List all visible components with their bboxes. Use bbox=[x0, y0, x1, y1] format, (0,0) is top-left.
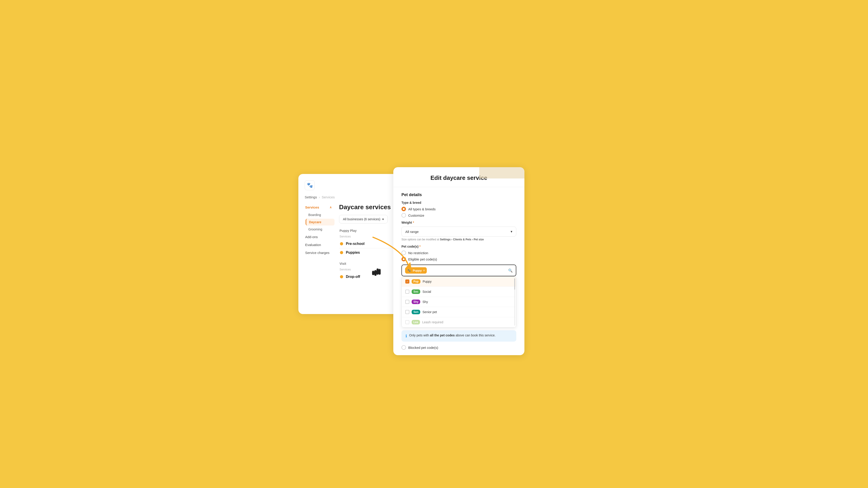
puppy-play-title: Puppy Play bbox=[339, 229, 402, 232]
dialog-header-accent bbox=[479, 167, 524, 178]
puppy-tag-label: Puppy bbox=[413, 269, 422, 272]
puppy-play-services-label: Services bbox=[339, 235, 402, 238]
code-option-shy[interactable]: Shy Shy bbox=[402, 297, 516, 307]
weight-chevron-icon: ▾ bbox=[510, 230, 513, 234]
senior-badge: Sen bbox=[412, 310, 420, 314]
blocked-codes-radio[interactable] bbox=[401, 345, 406, 350]
breadcrumb-separator: › bbox=[319, 195, 320, 199]
shy-checkbox[interactable] bbox=[405, 300, 409, 304]
sidebar-item-services[interactable]: Services ∧ bbox=[303, 203, 335, 211]
sidebar-item-boarding[interactable]: Boarding bbox=[306, 212, 335, 218]
dialog-body: Pet details Type & breed All types & bre… bbox=[393, 187, 524, 355]
sidebar-item-daycare[interactable]: Daycare bbox=[306, 219, 335, 225]
visit-section: Visit Services Drop-off bbox=[339, 262, 402, 281]
eligible-codes-option[interactable]: Eligible pet code(s) bbox=[401, 257, 516, 261]
puppies-label: Puppies bbox=[346, 251, 360, 255]
breadcrumb: Settings › Services bbox=[298, 190, 407, 199]
info-icon: ℹ bbox=[405, 334, 407, 338]
all-types-label: All types & breeds bbox=[408, 207, 436, 211]
breadcrumb-home[interactable]: Settings bbox=[305, 195, 317, 199]
shy-code-label: Shy bbox=[423, 300, 428, 304]
eligible-codes-label: Eligible pet code(s) bbox=[408, 257, 437, 261]
type-breed-radio-group: All types & breeds Customize bbox=[401, 207, 516, 218]
puppy-tag-icon: 🐾 bbox=[407, 268, 411, 273]
puppy-tag: 🐾 Puppy × bbox=[405, 267, 427, 273]
leash-checkbox[interactable] bbox=[405, 320, 409, 324]
no-restriction-label: No restriction bbox=[408, 251, 428, 255]
code-option-leash[interactable]: Lea Leash required bbox=[402, 317, 516, 327]
weight-dropdown[interactable]: All range ▾ bbox=[401, 227, 516, 236]
puppy-play-section: Puppy Play Services Pre-school Puppies bbox=[339, 229, 402, 257]
code-option-social[interactable]: Soc Social bbox=[402, 287, 516, 297]
puppy-badge: Pup bbox=[412, 279, 421, 284]
sidebar-item-grooming[interactable]: Grooming bbox=[306, 226, 335, 233]
pet-codes-section: Pet code(s) * No restriction Eligible pe… bbox=[401, 245, 516, 350]
weight-value: All range bbox=[405, 230, 418, 234]
puppy-checkbox[interactable]: ✓ bbox=[405, 280, 409, 284]
scroll-track bbox=[514, 278, 515, 326]
pet-codes-radio-group: No restriction Eligible pet code(s) bbox=[401, 251, 516, 261]
code-option-senior[interactable]: Sen Senior pet bbox=[402, 307, 516, 317]
app-header: 🐾 bbox=[298, 174, 407, 190]
services-chevron-icon: ∧ bbox=[330, 205, 332, 209]
preschool-dot bbox=[340, 242, 343, 246]
page-title: Daycare services bbox=[339, 203, 402, 211]
businesses-filter-dropdown[interactable]: All businesses (6 services) ▾ bbox=[339, 215, 388, 223]
puppies-dot bbox=[340, 251, 343, 254]
customize-option[interactable]: Customize bbox=[401, 213, 516, 218]
preschool-label: Pre-school bbox=[346, 242, 365, 246]
puppy-tag-remove-button[interactable]: × bbox=[423, 269, 425, 272]
left-panel: 🐾 Settings › Services Services ∧ Boardin… bbox=[298, 174, 407, 314]
pet-codes-label: Pet code(s) * bbox=[401, 245, 516, 248]
code-option-puppy[interactable]: ✓ Pup Puppy bbox=[402, 276, 516, 287]
businesses-filter-label: All businesses (6 services) bbox=[343, 217, 380, 221]
eligible-codes-radio[interactable] bbox=[401, 257, 406, 261]
dropoff-label: Drop-off bbox=[346, 275, 360, 279]
customize-radio[interactable] bbox=[401, 213, 406, 218]
pet-details-title: Pet details bbox=[401, 193, 516, 197]
customize-label: Customize bbox=[408, 214, 424, 217]
social-code-label: Social bbox=[423, 290, 431, 293]
no-restriction-radio[interactable] bbox=[401, 251, 406, 255]
type-breed-label: Type & breed bbox=[401, 201, 516, 204]
logo-icon: 🐾 bbox=[307, 182, 313, 188]
senior-checkbox[interactable] bbox=[405, 310, 409, 314]
edit-dialog: Edit daycare service Pet details Type & … bbox=[393, 167, 524, 355]
search-icon: 🔍 bbox=[508, 268, 513, 273]
sidebar-sub-menu: Boarding Daycare Grooming bbox=[303, 212, 335, 233]
app-logo: 🐾 bbox=[305, 180, 315, 190]
service-item-dropoff[interactable]: Drop-off bbox=[339, 272, 402, 281]
services-label: Services bbox=[305, 205, 319, 209]
blocked-pet-codes-option[interactable]: Blocked pet code(s) bbox=[401, 345, 516, 350]
pet-code-input-box[interactable]: 🐾 Puppy × 🔍 bbox=[401, 265, 516, 276]
shy-badge: Shy bbox=[412, 300, 420, 304]
service-item-preschool[interactable]: Pre-school bbox=[339, 239, 402, 248]
all-types-option[interactable]: All types & breeds bbox=[401, 207, 516, 211]
sidebar-item-addons[interactable]: Add-ons bbox=[303, 233, 335, 240]
businesses-filter-chevron-icon: ▾ bbox=[382, 217, 384, 221]
sidebar-item-service-charges[interactable]: Service charges bbox=[303, 249, 335, 256]
breadcrumb-current: Services bbox=[322, 195, 335, 199]
weight-required: * bbox=[413, 221, 414, 224]
service-item-puppies[interactable]: Puppies bbox=[339, 248, 402, 257]
info-box: ℹ Only pets with all the pet codes above… bbox=[401, 330, 516, 341]
visit-services-label: Services bbox=[339, 268, 402, 271]
blocked-codes-label: Blocked pet code(s) bbox=[408, 346, 438, 350]
pet-size-link[interactable]: Settings › Clients & Pets › Pet size bbox=[440, 238, 484, 241]
left-content: Services ∧ Boarding Daycare Grooming Add… bbox=[298, 199, 407, 291]
weight-helper-text: Size options can be modified at Settings… bbox=[401, 238, 516, 241]
info-box-text: Only pets with all the pet codes above c… bbox=[409, 333, 495, 337]
no-restriction-option[interactable]: No restriction bbox=[401, 251, 516, 255]
all-types-radio[interactable] bbox=[401, 207, 406, 211]
info-box-bold: all the pet codes bbox=[430, 333, 455, 337]
weight-label: Weight * bbox=[401, 221, 516, 224]
senior-code-label: Senior pet bbox=[423, 310, 437, 314]
pet-codes-required: * bbox=[419, 245, 421, 248]
scroll-thumb[interactable] bbox=[514, 278, 515, 290]
social-checkbox[interactable] bbox=[405, 290, 409, 294]
sidebar: Services ∧ Boarding Daycare Grooming Add… bbox=[298, 203, 335, 291]
leash-badge: Lea bbox=[412, 320, 420, 324]
sidebar-item-evaluation[interactable]: Evaluation bbox=[303, 241, 335, 249]
visit-title: Visit bbox=[339, 262, 402, 265]
leash-code-label: Leash required bbox=[422, 320, 443, 324]
